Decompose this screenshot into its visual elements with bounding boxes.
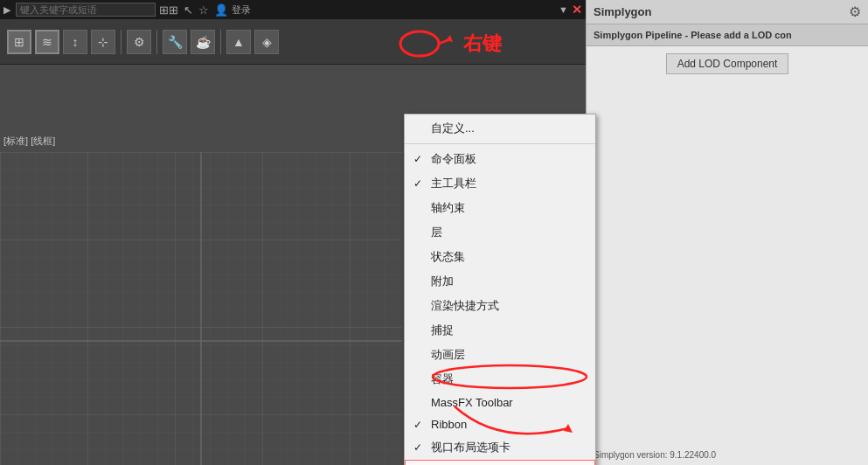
grid-svg bbox=[0, 152, 402, 465]
context-menu-main-toolbar[interactable]: 主工具栏 bbox=[405, 171, 595, 196]
context-menu-state-set[interactable]: 状态集 bbox=[405, 245, 595, 269]
title-bar-left: ▶ ⊞⊞ ↖ ☆ 👤 登录 bbox=[3, 3, 251, 17]
cursor-icon[interactable]: ↖ bbox=[184, 3, 193, 17]
simplygon-version: Simplygon version: 9.1.22400.0 bbox=[594, 450, 716, 460]
viewport-label: [标准] [线框] bbox=[3, 135, 55, 148]
context-menu-axis-constraint[interactable]: 轴约束 bbox=[405, 196, 595, 220]
simplygon-title-bar: Simplygon ⚙ bbox=[587, 0, 868, 24]
context-separator-1 bbox=[405, 143, 595, 144]
toolbar-wrench-icon[interactable]: 🔧 bbox=[163, 30, 187, 54]
context-menu-container[interactable]: 容器 bbox=[405, 367, 595, 392]
separator-3 bbox=[220, 30, 221, 54]
title-bar-right: ▼ ✕ bbox=[559, 3, 582, 17]
close-button[interactable]: ✕ bbox=[572, 3, 582, 17]
right-click-label: 右键 bbox=[463, 31, 502, 57]
toolbar-arrow-icon[interactable]: ↕ bbox=[63, 30, 87, 54]
context-menu-command-panel[interactable]: 命令面板 bbox=[405, 147, 595, 171]
simplygon-panel: Simplygon ⚙ Simplygon Pipeline - Please … bbox=[586, 0, 868, 465]
context-menu-capture[interactable]: 捕捉 bbox=[405, 318, 595, 343]
simplygon-pipeline-label: Simplygon Pipeline - Please add a LOD co… bbox=[587, 24, 868, 46]
grid-container bbox=[0, 152, 402, 465]
arrow-icon: ▶ bbox=[3, 4, 10, 16]
context-menu-viewport-layout[interactable]: 视口布局选项卡 bbox=[405, 435, 595, 460]
context-menu: 自定义... 命令面板 主工具栏 轴约束 层 状态集 附加 渲染快捷方式 捕捉 … bbox=[404, 114, 596, 465]
separator-1 bbox=[121, 30, 122, 54]
toolbar-cross-icon[interactable]: ⊹ bbox=[91, 30, 115, 54]
simplygon-title: Simplygon bbox=[594, 5, 651, 18]
add-lod-button[interactable]: Add LOD Component bbox=[666, 53, 789, 74]
user-icon[interactable]: 👤 bbox=[214, 3, 228, 17]
context-menu-render-shortcuts[interactable]: 渲染快捷方式 bbox=[405, 294, 595, 318]
search-input[interactable] bbox=[16, 3, 156, 17]
svg-point-0 bbox=[400, 31, 439, 56]
toolbar-grid-icon[interactable]: ⊞ bbox=[7, 30, 31, 54]
login-button[interactable]: 登录 bbox=[232, 3, 251, 17]
title-bar-icons: ⊞⊞ ↖ ☆ 👤 bbox=[159, 3, 228, 17]
toolbar-triangle-icon[interactable]: ▲ bbox=[226, 30, 251, 54]
context-menu-layer[interactable]: 层 bbox=[405, 220, 595, 245]
star-icon[interactable]: ☆ bbox=[198, 3, 209, 17]
toolbar-teapot-icon[interactable]: ☕ bbox=[191, 30, 215, 54]
context-menu-customize[interactable]: 自定义... bbox=[405, 116, 595, 141]
separator-2 bbox=[156, 30, 157, 54]
toolbar-layout-icon[interactable]: ≋ bbox=[35, 30, 59, 54]
title-bar: ▶ ⊞⊞ ↖ ☆ 👤 登录 ▼ ✕ bbox=[0, 0, 586, 19]
right-click-annotation: 右键 bbox=[393, 26, 502, 61]
context-menu-attach[interactable]: 附加 bbox=[405, 269, 595, 294]
toolbar-gear-icon[interactable]: ⚙ bbox=[127, 30, 151, 54]
search-icon[interactable]: ⊞⊞ bbox=[159, 3, 178, 17]
context-menu-massfx[interactable]: MassFX Toolbar bbox=[405, 392, 595, 413]
context-menu-simplygon[interactable]: Simplygon bbox=[405, 460, 595, 465]
context-menu-animation-layer[interactable]: 动画层 bbox=[405, 343, 595, 367]
context-menu-ribbon[interactable]: Ribbon bbox=[405, 413, 595, 435]
toolbar-shape-icon[interactable]: ◈ bbox=[254, 30, 279, 54]
simplygon-gear-icon[interactable]: ⚙ bbox=[849, 3, 861, 20]
circle-arrow-svg bbox=[393, 26, 455, 61]
viewport: [标准] [线框] bbox=[0, 65, 402, 465]
